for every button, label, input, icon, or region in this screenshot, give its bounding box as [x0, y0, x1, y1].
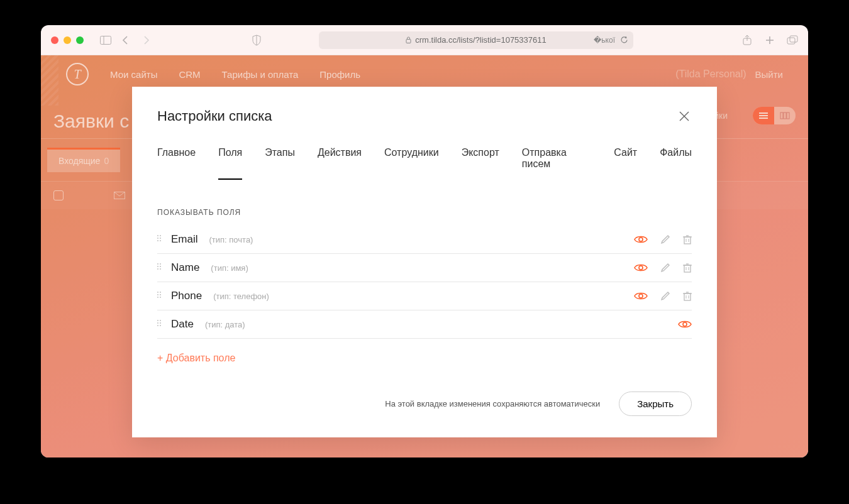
visibility-toggle-icon[interactable]	[634, 292, 648, 300]
visibility-toggle-icon[interactable]	[678, 320, 692, 329]
edit-icon[interactable]	[660, 291, 670, 301]
field-name: Phone	[171, 290, 202, 302]
svg-point-36	[683, 322, 687, 326]
field-actions	[634, 263, 692, 273]
forward-icon[interactable]	[140, 35, 152, 46]
tab-actions[interactable]: Действия	[318, 147, 362, 180]
edit-icon[interactable]	[660, 234, 670, 244]
address-bar-right-icons: �ької	[594, 36, 628, 45]
field-row: Name (тип: имя)	[157, 254, 692, 282]
window-max-dot[interactable]	[76, 36, 84, 44]
modal-header: Настройки списка	[132, 87, 717, 132]
svg-rect-2	[406, 40, 411, 43]
autosave-note: На этой вкладке изменения сохраняются ав…	[385, 399, 600, 408]
reload-icon[interactable]	[620, 36, 628, 44]
field-name: Name	[171, 261, 199, 274]
close-button[interactable]: Закрыть	[619, 392, 692, 416]
svg-rect-0	[101, 36, 111, 44]
field-name: Date	[171, 318, 194, 331]
field-row: Email (тип: почта)	[157, 226, 692, 254]
share-icon[interactable]	[741, 35, 753, 46]
sidebar-toggle-icon[interactable]	[100, 35, 111, 46]
address-bar[interactable]: crm.tilda.cc/lists/?listid=1075337611 �ь…	[319, 31, 633, 49]
back-icon[interactable]	[120, 35, 131, 46]
tab-employees[interactable]: Сотрудники	[384, 147, 439, 180]
browser-window: crm.tilda.cc/lists/?listid=1075337611 �ь…	[41, 25, 808, 457]
svg-point-18	[639, 238, 643, 241]
field-type: (тип: дата)	[205, 320, 245, 329]
app-background: T Мои сайты CRM Тарифы и оплата Профиль …	[41, 55, 808, 457]
field-row: Phone (тип: телефон)	[157, 282, 692, 310]
delete-icon[interactable]	[683, 263, 692, 273]
drag-handle-icon[interactable]	[157, 235, 162, 244]
tab-mail[interactable]: Отправка писем	[522, 147, 591, 180]
window-close-dot[interactable]	[51, 36, 58, 44]
field-row: Date (тип: дата)	[157, 310, 692, 339]
tab-files[interactable]: Файлы	[660, 147, 692, 180]
edit-icon[interactable]	[660, 263, 670, 273]
svg-rect-7	[787, 38, 795, 44]
modal-body: ПОКАЗЫВАТЬ ПОЛЯ Email (тип: почта) Name …	[132, 180, 717, 374]
tab-stages[interactable]: Этапы	[265, 147, 295, 180]
titlebar-right-icons	[741, 35, 798, 46]
delete-icon[interactable]	[683, 291, 692, 301]
window-min-dot[interactable]	[64, 36, 71, 44]
address-bar-url: crm.tilda.cc/lists/?listid=1075337611	[415, 35, 546, 45]
tab-export[interactable]: Экспорт	[462, 147, 499, 180]
traffic-lights	[51, 36, 84, 44]
field-actions	[678, 320, 692, 329]
drag-handle-icon[interactable]	[157, 263, 162, 272]
visibility-toggle-icon[interactable]	[634, 263, 648, 272]
shield-icon[interactable]	[251, 35, 262, 46]
new-tab-icon[interactable]	[764, 35, 775, 46]
svg-rect-25	[684, 265, 691, 272]
modal-title: Настройки списка	[157, 108, 272, 124]
svg-rect-19	[684, 237, 691, 244]
modal-tabs: Главное Поля Этапы Действия Сотрудники Э…	[132, 132, 717, 180]
svg-point-24	[639, 266, 643, 270]
tab-main[interactable]: Главное	[157, 147, 196, 180]
modal-close-button[interactable]	[677, 109, 692, 124]
tabs-icon[interactable]	[787, 35, 798, 46]
svg-rect-8	[790, 36, 797, 42]
browser-titlebar: crm.tilda.cc/lists/?listid=1075337611 �ь…	[41, 25, 808, 55]
drag-handle-icon[interactable]	[157, 320, 162, 329]
titlebar-left-icons	[100, 35, 152, 46]
field-actions	[634, 291, 692, 301]
settings-modal: Настройки списка Главное Поля Этапы Дейс…	[132, 87, 717, 437]
lock-icon	[406, 36, 411, 43]
svg-point-30	[639, 294, 643, 298]
modal-footer: На этой вкладке изменения сохраняются ав…	[132, 374, 717, 437]
field-type: (тип: имя)	[211, 263, 248, 273]
field-name: Email	[171, 233, 198, 246]
field-actions	[634, 234, 692, 244]
svg-rect-31	[684, 293, 691, 300]
add-field-button[interactable]: + Добавить поле	[157, 339, 235, 368]
field-type: (тип: телефон)	[213, 292, 269, 301]
field-type: (тип: почта)	[209, 235, 253, 244]
section-label: ПОКАЗЫВАТЬ ПОЛЯ	[157, 208, 692, 217]
tab-fields[interactable]: Поля	[218, 147, 242, 180]
tab-site[interactable]: Сайт	[614, 147, 637, 180]
visibility-toggle-icon[interactable]	[634, 235, 648, 244]
translate-icon[interactable]: �ької	[594, 36, 615, 45]
drag-handle-icon[interactable]	[157, 292, 162, 300]
delete-icon[interactable]	[683, 234, 692, 244]
